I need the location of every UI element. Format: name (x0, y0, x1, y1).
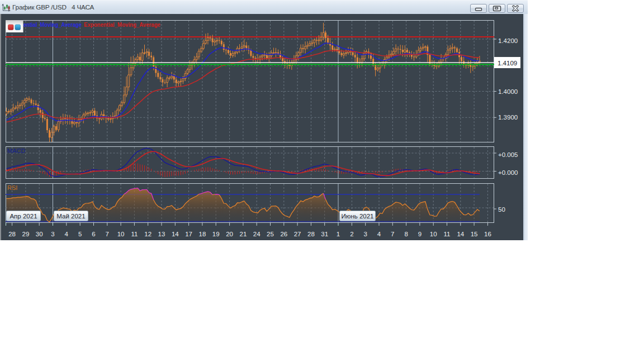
svg-text:1.4109: 1.4109 (498, 60, 517, 66)
svg-text:3: 3 (51, 231, 54, 237)
svg-text:4: 4 (377, 231, 381, 237)
svg-text:31: 31 (321, 231, 328, 237)
svg-text:+0.000: +0.000 (498, 169, 518, 176)
svg-text:26: 26 (280, 231, 287, 237)
svg-text:14: 14 (172, 231, 179, 237)
svg-text:27: 27 (294, 231, 301, 237)
svg-text:21: 21 (240, 231, 247, 237)
svg-text:1.3900: 1.3900 (498, 114, 518, 121)
svg-text:13: 13 (158, 231, 165, 237)
svg-text:25: 25 (267, 231, 274, 237)
svg-text:24: 24 (253, 231, 261, 237)
svg-text:RSI: RSI (7, 184, 17, 191)
svg-text:Май 2021: Май 2021 (56, 213, 85, 220)
svg-text:2: 2 (350, 231, 353, 237)
svg-text:7: 7 (106, 231, 109, 237)
svg-text:50: 50 (498, 206, 505, 213)
svg-text:Апр 2021: Апр 2021 (10, 213, 37, 220)
svg-text:28: 28 (8, 231, 16, 237)
svg-text:ential_Moving_Average: ential_Moving_Average (23, 21, 82, 28)
svg-text:5: 5 (78, 231, 82, 237)
svg-text:18: 18 (199, 231, 206, 237)
svg-text:11: 11 (131, 231, 138, 237)
svg-text:29: 29 (22, 231, 30, 237)
svg-text:15: 15 (471, 231, 478, 237)
svg-text:10: 10 (117, 231, 125, 237)
svg-text:Exponential_Moving_Average: Exponential_Moving_Average (84, 21, 160, 28)
svg-text:+0.005: +0.005 (498, 151, 518, 158)
svg-text:16: 16 (484, 231, 491, 237)
svg-text:30: 30 (36, 231, 43, 237)
svg-text:28: 28 (307, 231, 315, 237)
svg-text:17: 17 (185, 231, 192, 237)
svg-text:MACD: MACD (7, 147, 25, 154)
svg-text:14: 14 (457, 231, 464, 237)
svg-text:3: 3 (363, 231, 367, 237)
svg-text:Июнь 2021: Июнь 2021 (341, 213, 373, 220)
svg-text:8: 8 (404, 231, 408, 237)
svg-text:4: 4 (65, 231, 69, 237)
svg-text:9: 9 (418, 231, 422, 237)
svg-text:7: 7 (391, 231, 394, 237)
svg-text:11: 11 (444, 231, 451, 237)
svg-text:12: 12 (144, 231, 151, 237)
svg-text:6: 6 (92, 231, 95, 237)
svg-text:1.4200: 1.4200 (498, 37, 518, 44)
svg-text:20: 20 (226, 231, 233, 237)
svg-text:1: 1 (337, 231, 340, 237)
svg-text:10: 10 (430, 231, 437, 237)
svg-text:1.4000: 1.4000 (498, 88, 518, 95)
svg-text:19: 19 (212, 231, 220, 237)
